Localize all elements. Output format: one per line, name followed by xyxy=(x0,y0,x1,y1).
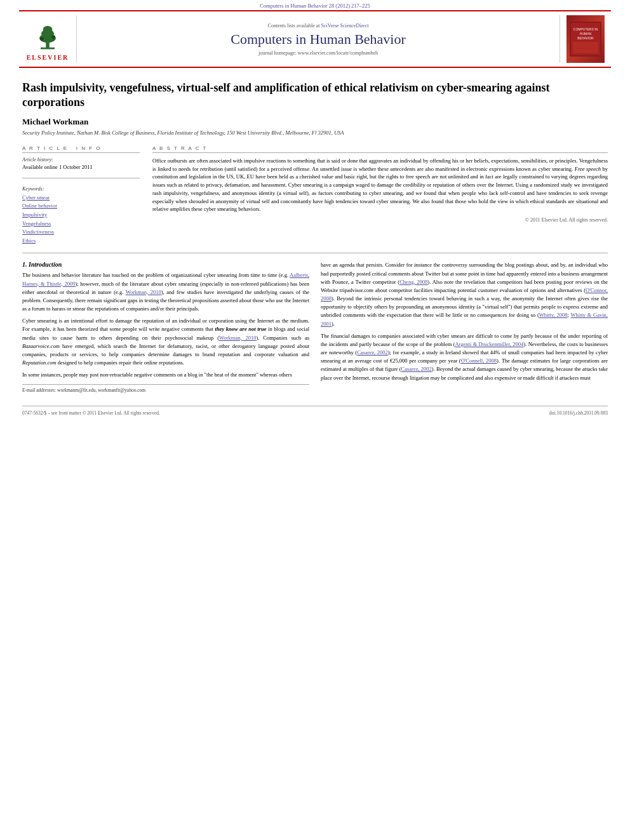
section-divider xyxy=(22,253,608,253)
svg-point-3 xyxy=(43,25,53,32)
intro-para3: In some instances, people may post non-r… xyxy=(22,371,309,379)
svg-rect-12 xyxy=(573,42,598,53)
abstract-col: A B S T R A C T Office outbursts are oft… xyxy=(152,145,608,246)
author-name: Michael Workman xyxy=(22,117,608,127)
intro-para2: Cyber smearing is an intentional effort … xyxy=(22,317,309,367)
sciverse-link[interactable]: SciVerse ScienceDirect xyxy=(321,23,369,29)
svg-point-5 xyxy=(40,37,44,41)
free-speech-italic: Free speech xyxy=(575,166,601,172)
footer-right: doi:10.1016/j.chb.2011.09.003 xyxy=(549,410,608,416)
oconnor-link[interactable]: O'Connor, 2008 xyxy=(321,287,608,302)
history-label: Article history: xyxy=(22,157,140,163)
casarez2-link[interactable]: Casarez, 2002 xyxy=(401,366,432,372)
keywords-label: Keywords: xyxy=(22,186,140,192)
body-right-col: have an agenda that persists. Consider f… xyxy=(321,261,608,393)
keyword-online-behavior[interactable]: Online behavior xyxy=(22,202,140,211)
svg-rect-4 xyxy=(41,47,55,49)
abstract-header: A B S T R A C T xyxy=(152,145,608,153)
footer: 0747-5632/$ – see front matter © 2011 El… xyxy=(22,406,608,418)
aalberts-link[interactable]: Aalberts, Harnes, & Thistle, 2009 xyxy=(22,272,309,286)
bazaarvoice-italic: Bazaarvoice.com xyxy=(22,343,60,349)
footnote-section: E-mail addresses: workmanm@fit.edu, work… xyxy=(22,384,309,393)
history-value: Available online 1 October 2011 xyxy=(22,164,140,170)
contents-line: Contents lists available at SciVerse Sci… xyxy=(268,23,369,29)
journal-logo-box: COMPUTERS IN HUMAN BEHAVIOR xyxy=(566,15,605,63)
keyword-vengefulness[interactable]: Vengefulness xyxy=(22,220,140,229)
divider xyxy=(22,178,140,178)
workman-link[interactable]: Workman, 2010 xyxy=(126,289,161,295)
argenti-link[interactable]: Argenti & Druckenmiller, 2004 xyxy=(455,341,523,347)
elsevier-logo: ELSEVIER xyxy=(19,15,76,63)
article-info-header: A R T I C L E I N F O xyxy=(22,145,140,153)
elsevier-text: ELSEVIER xyxy=(27,54,69,61)
elsevier-tree-icon xyxy=(29,18,67,53)
journal-center: Contents lists available at SciVerse Sci… xyxy=(76,15,560,63)
cheng-link[interactable]: Cheng, 2008 xyxy=(399,279,427,285)
intro-para1: The business and behavior literature has… xyxy=(22,271,309,313)
body-left-col: 1. Introduction The business and behavio… xyxy=(22,261,309,393)
svg-point-6 xyxy=(51,35,55,39)
right-para1: have an agenda that persists. Consider f… xyxy=(321,261,608,328)
keyword-ethics[interactable]: Ethics xyxy=(22,237,140,246)
keyword-vindictiveness[interactable]: Vindictiveness xyxy=(22,228,140,237)
casarez-link[interactable]: Casarez, 2002 xyxy=(357,349,388,356)
journal-homepage: journal homepage: www.elsevier.com/locat… xyxy=(258,50,378,56)
citation-text: Computers in Human Behavior 28 (2012) 21… xyxy=(260,3,370,9)
page-content: Rash impulsivity, vengefulness, virtual-… xyxy=(0,68,630,406)
article-info-col: A R T I C L E I N F O Article history: A… xyxy=(22,145,140,246)
right-para2: The financial damages to companies assoc… xyxy=(321,332,608,382)
journal-logo-right: COMPUTERS IN HUMAN BEHAVIOR xyxy=(560,15,611,63)
abstract-text: Office outbursts are often associated wi… xyxy=(152,157,608,213)
copyright-line: © 2011 Elsevier Ltd. All rights reserved… xyxy=(152,217,608,223)
email-link1[interactable]: workmanm@fit.edu xyxy=(57,387,95,393)
journal-header: ELSEVIER Contents lists available at Sci… xyxy=(19,10,611,68)
body-section: 1. Introduction The business and behavio… xyxy=(22,261,608,393)
journal-title: Computers in Human Behavior xyxy=(231,31,406,48)
whitty-link[interactable]: Whitty, 2008 xyxy=(539,312,568,318)
email-link2[interactable]: workmanfit@yahoo.com xyxy=(98,387,145,393)
journal-cover-icon: COMPUTERS IN HUMAN BEHAVIOR xyxy=(570,22,601,57)
footer-left: 0747-5632/$ – see front matter © 2011 El… xyxy=(22,410,160,416)
svg-text:COMPUTERS IN: COMPUTERS IN xyxy=(573,27,598,31)
article-title: Rash impulsivity, vengefulness, virtual-… xyxy=(22,81,608,110)
svg-text:HUMAN: HUMAN xyxy=(580,32,592,36)
workman2-link[interactable]: Workman, 2010 xyxy=(219,335,256,341)
article-meta-section: A R T I C L E I N F O Article history: A… xyxy=(22,145,608,246)
keyword-impulsivity[interactable]: Impulsivity xyxy=(22,211,140,220)
svg-text:BEHAVIOR: BEHAVIOR xyxy=(577,36,594,40)
affiliation: Security Policy Institute, Nathan M. Bis… xyxy=(22,130,608,136)
keyword-cyber-smear[interactable]: Cyber smear xyxy=(22,194,140,203)
bold-italic-text: they know are not true xyxy=(215,326,267,332)
oconnell-link[interactable]: O'Connell, 2008 xyxy=(461,357,497,364)
footnote-email: E-mail addresses: workmanm@fit.edu, work… xyxy=(22,387,309,393)
section1-title: 1. Introduction xyxy=(22,261,309,268)
footnote-label: E-mail addresses: xyxy=(22,387,57,393)
reputation-italic: Reputation.com xyxy=(22,359,57,366)
citation-bar: Computers in Human Behavior 28 (2012) 21… xyxy=(0,0,630,10)
